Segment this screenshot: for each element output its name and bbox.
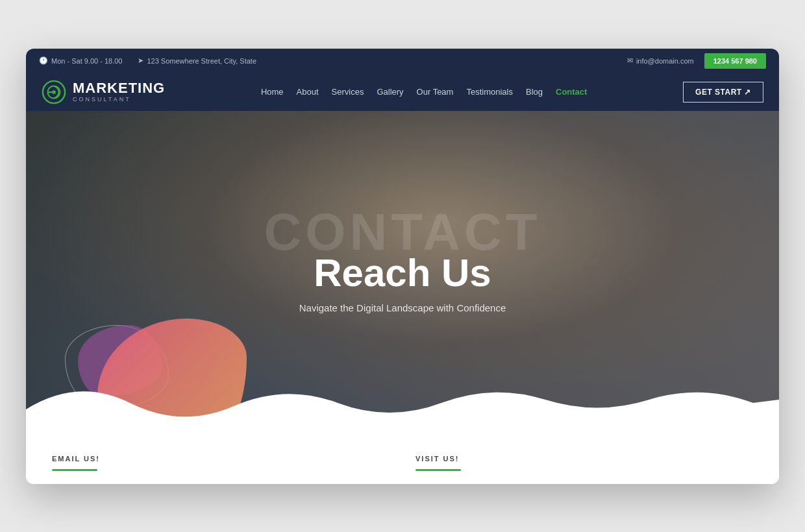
nav-home[interactable]: Home (261, 87, 284, 97)
nav-links: Home About Services Gallery Our Team Tes… (261, 87, 588, 97)
nav-contact[interactable]: Contact (556, 87, 587, 97)
clock-icon: 🕐 (39, 56, 48, 65)
logo-icon (42, 80, 66, 104)
location-icon: ➤ (138, 56, 143, 65)
browser-window: 🕐 Mon - Sat 9.00 - 18.00 ➤ 123 Somewhere… (26, 49, 779, 484)
phone-button[interactable]: 1234 567 980 (704, 53, 766, 69)
email-item: ✉ info@domain.com (627, 56, 694, 65)
visit-card: VISIT US! (415, 455, 753, 471)
logo-main: MARKETING (73, 80, 165, 96)
top-bar-right: ✉ info@domain.com 1234 567 980 (627, 53, 766, 69)
nav-testimonials[interactable]: Testimonials (466, 87, 513, 97)
address-item: ➤ 123 Somewhere Street, City, State (138, 56, 256, 65)
address-text: 123 Somewhere Street, City, State (147, 57, 256, 65)
nav-team[interactable]: Our Team (417, 87, 454, 97)
nav-gallery[interactable]: Gallery (377, 87, 403, 97)
logo-area: MARKETING CONSULTANT (42, 80, 165, 104)
hours-item: 🕐 Mon - Sat 9.00 - 18.00 (39, 56, 122, 65)
email-card-line (52, 469, 97, 471)
hero-wave (26, 370, 779, 435)
logo-text: MARKETING CONSULTANT (73, 80, 165, 103)
phone-number: 1234 567 980 (713, 57, 757, 65)
email-icon: ✉ (627, 56, 633, 65)
top-bar: 🕐 Mon - Sat 9.00 - 18.00 ➤ 123 Somewhere… (26, 49, 779, 73)
svg-point-2 (52, 90, 56, 94)
hero-watermark: CONTACT (264, 206, 541, 258)
visit-card-label: VISIT US! (415, 455, 753, 463)
visit-card-line (415, 469, 461, 471)
get-start-label: GET START ↗ (695, 88, 751, 97)
below-hero-section: EMAIL US! VISIT US! (26, 435, 779, 484)
navbar: MARKETING CONSULTANT Home About Services… (26, 73, 779, 111)
email-text: info@domain.com (636, 57, 694, 65)
hero-subtitle: Navigate the Digital Landscape with Conf… (299, 302, 506, 313)
nav-about[interactable]: About (297, 87, 319, 97)
get-start-button[interactable]: GET START ↗ (683, 82, 763, 103)
nav-services[interactable]: Services (332, 87, 364, 97)
hours-text: Mon - Sat 9.00 - 18.00 (51, 57, 122, 65)
logo-sub: CONSULTANT (73, 97, 165, 103)
top-bar-left: 🕐 Mon - Sat 9.00 - 18.00 ➤ 123 Somewhere… (39, 56, 256, 65)
email-card-label: EMAIL US! (52, 455, 390, 463)
nav-blog[interactable]: Blog (526, 87, 543, 97)
hero-section: CONTACT Reach Us Navigate the Digital La… (26, 111, 779, 435)
email-card: EMAIL US! (52, 455, 390, 471)
hero-title: Reach Us (314, 252, 491, 295)
